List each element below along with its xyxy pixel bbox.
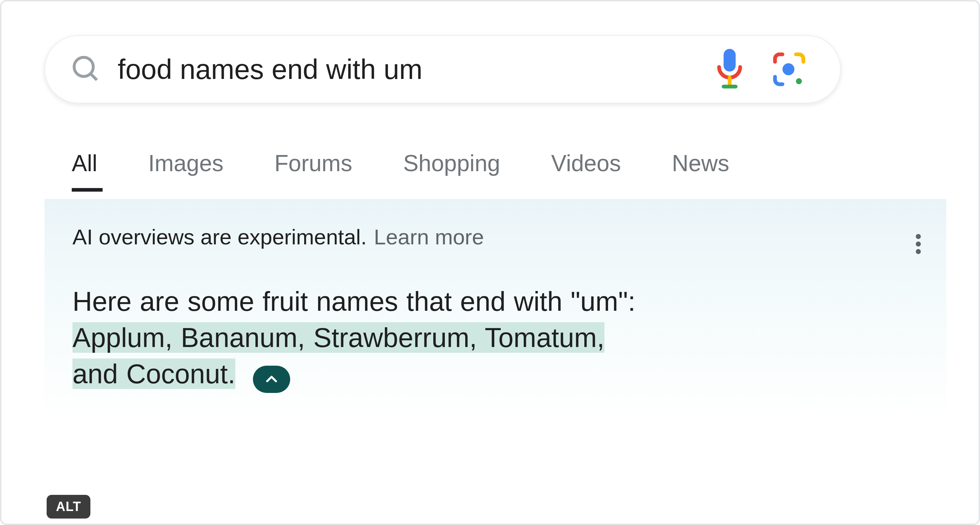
search-icon <box>72 55 100 84</box>
tab-all[interactable]: All <box>72 150 97 191</box>
lens-icon[interactable] <box>770 51 807 87</box>
tab-label: Shopping <box>403 150 500 176</box>
svg-rect-0 <box>724 49 736 72</box>
svg-point-7 <box>916 249 921 254</box>
ai-experimental-label: AI overviews are experimental. <box>72 225 367 249</box>
svg-point-4 <box>796 78 802 85</box>
tab-shopping[interactable]: Shopping <box>403 150 500 191</box>
collapse-button[interactable] <box>253 365 290 393</box>
tab-forums[interactable]: Forums <box>274 150 352 191</box>
ai-overview-panel: AI overviews are experimental. Learn mor… <box>45 199 946 422</box>
ai-answer-intro: Here are some fruit names that end with … <box>72 286 636 316</box>
ai-answer-highlight-1: Applum, Bananum, Strawberrum, Tomatum, <box>72 322 605 353</box>
ai-overview-header: AI overviews are experimental. Learn mor… <box>72 225 918 249</box>
tab-label: All <box>72 150 97 176</box>
alt-badge[interactable]: ALT <box>47 495 91 519</box>
tab-label: Images <box>148 150 223 176</box>
svg-point-3 <box>782 63 794 75</box>
search-bar[interactable] <box>45 35 841 103</box>
ai-overview-menu-button[interactable] <box>908 234 928 254</box>
search-input[interactable] <box>118 53 714 86</box>
content-area: All Images Forums Shopping Videos News A… <box>45 35 946 422</box>
tab-videos[interactable]: Videos <box>551 150 621 191</box>
tab-label: Videos <box>551 150 621 176</box>
tab-label: News <box>672 150 729 176</box>
ai-answer-highlight-2: and Coconut. <box>72 359 235 389</box>
screenshot-frame: All Images Forums Shopping Videos News A… <box>0 0 980 525</box>
tab-label: Forums <box>274 150 352 176</box>
search-tabs: All Images Forums Shopping Videos News <box>72 150 946 191</box>
voice-search-icon[interactable] <box>714 49 745 90</box>
svg-point-5 <box>916 234 921 239</box>
tab-images[interactable]: Images <box>148 150 223 191</box>
ai-learn-more-link[interactable]: Learn more <box>374 225 484 249</box>
ai-overview-answer: Here are some fruit names that end with … <box>72 283 918 393</box>
tab-news[interactable]: News <box>672 150 729 191</box>
svg-point-6 <box>916 241 921 247</box>
